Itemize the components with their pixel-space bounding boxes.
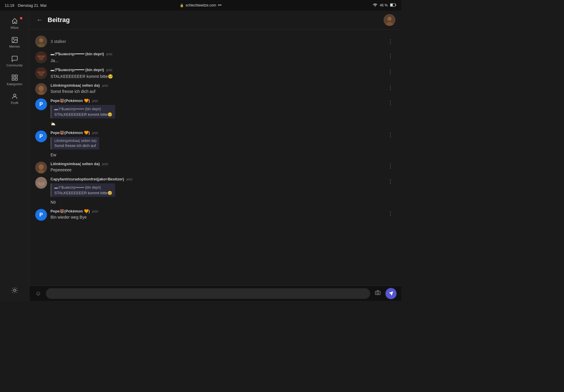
svg-point-34 bbox=[377, 292, 379, 294]
avatar-image bbox=[384, 14, 395, 26]
message-row: P Pepe🐻(Pokémon 🧡) jetzt Bin wieder weg … bbox=[29, 207, 401, 222]
sidebar-label-witze: Witze bbox=[11, 26, 19, 29]
msg-time-3: jetzt bbox=[102, 84, 108, 87]
msg-text-4: ⛅ bbox=[51, 121, 382, 127]
svg-point-23 bbox=[39, 71, 43, 76]
main-content: ← Beitrag bbox=[29, 11, 401, 301]
msg-content-1: ▬デ$ωмεσηε━━━━ (bin depri) jetzt Ja... bbox=[51, 51, 382, 64]
lock-icon: 🔒 bbox=[180, 4, 184, 7]
msg-more-8[interactable]: ⋮ bbox=[385, 209, 395, 218]
sun-icon bbox=[11, 287, 18, 294]
attachment-button[interactable] bbox=[374, 289, 382, 298]
msg-text-5: Ew bbox=[51, 152, 382, 158]
msg-avatar-5: P bbox=[35, 130, 47, 142]
msg-more-5[interactable]: ⋮ bbox=[385, 130, 395, 139]
chat-area[interactable]: 3 stalker ⋮ ▬デ$ωмεσηε━━━━ (bin depri) je… bbox=[29, 30, 401, 286]
quote-block-5: Liönkingsimbaa( selten da) Sonst fresse … bbox=[51, 137, 99, 150]
msg-header-4: Pepe🐻(Pokémon 🧡) jetzt bbox=[51, 98, 382, 103]
header: ← Beitrag bbox=[29, 11, 401, 30]
message-row: P Pepe🐻(Pokémon 🧡) jetzt ▬デ$ωмεσηε━━━━ (… bbox=[29, 97, 401, 129]
quote-block-4: ▬デ$ωмεσηε━━━━ (bin depri) STALKEEEEEEER … bbox=[51, 105, 115, 118]
quote-username-7: ▬デ$ωмεσηε━━━━ (bin depri) bbox=[54, 185, 112, 190]
send-button[interactable] bbox=[385, 288, 397, 299]
msg-content-4: Pepe🐻(Pokémon 🧡) jetzt ▬デ$ωмεσηε━━━━ (bi… bbox=[51, 98, 382, 127]
header-title: Beitrag bbox=[48, 16, 70, 24]
msg-text-3: Sonst fresse ich dich auf bbox=[51, 88, 382, 95]
msg-avatar-3 bbox=[35, 83, 47, 95]
msg-avatar-4: P bbox=[35, 98, 47, 110]
sidebar-item-memes[interactable]: Memes bbox=[2, 34, 28, 51]
quote-text-7: STALKEEEEEEER kommt bitte🥺 bbox=[54, 191, 112, 195]
svg-point-25 bbox=[38, 86, 44, 91]
msg-more-3[interactable]: ⋮ bbox=[385, 83, 395, 92]
bottom-bar: ☺ bbox=[29, 286, 401, 301]
msg-time-6: jetzt bbox=[102, 162, 108, 166]
msg-avatar-1 bbox=[35, 51, 47, 63]
msg-text-6: Pepeeeeee bbox=[51, 167, 382, 173]
svg-rect-7 bbox=[15, 75, 17, 77]
msg-time-5: jetzt bbox=[92, 131, 98, 135]
notification-badge bbox=[20, 17, 22, 19]
svg-point-28 bbox=[38, 164, 44, 170]
camera-icon bbox=[375, 290, 381, 296]
app-container: Witze Memes Community Kategorien bbox=[0, 11, 401, 301]
sidebar-item-settings[interactable] bbox=[2, 284, 28, 296]
msg-content-8: Pepe🐻(Pokémon 🧡) jetzt Bin wieder weg By… bbox=[51, 209, 382, 220]
status-bar: 11:19 Dienstag 21. Mai 🔒 schlechtewitze.… bbox=[0, 0, 401, 11]
svg-point-32 bbox=[39, 179, 43, 183]
svg-rect-6 bbox=[12, 75, 14, 77]
status-bar-center: 🔒 schlechtewitze.com ••• bbox=[180, 3, 222, 7]
battery-text: 46 % bbox=[380, 3, 388, 7]
message-input[interactable] bbox=[46, 288, 370, 299]
msg-text-1: Ja... bbox=[51, 58, 382, 64]
svg-rect-2 bbox=[390, 4, 393, 6]
home-icon bbox=[11, 18, 18, 25]
msg-more-6[interactable]: ⋮ bbox=[385, 162, 395, 170]
msg-username-7: Capyfant#zuradoptionfrei(jako=Besitzer) bbox=[51, 177, 124, 181]
sidebar-item-community[interactable]: Community bbox=[2, 53, 28, 69]
msg-header-8: Pepe🐻(Pokémon 🧡) jetzt bbox=[51, 209, 382, 213]
msg-more-2[interactable]: ⋮ bbox=[385, 67, 395, 76]
svg-point-20 bbox=[39, 56, 43, 60]
msg-more-7[interactable]: ⋮ bbox=[385, 177, 395, 186]
msg-time-4: jetzt bbox=[92, 99, 98, 103]
msg-time-1: jetzt bbox=[106, 52, 112, 56]
msg-time-8: jetzt bbox=[92, 210, 98, 213]
msg-content-5: Pepe🐻(Pokémon 🧡) jetzt Liönkingsimbaa( s… bbox=[51, 130, 382, 158]
msg-username-4: Pepe🐻(Pokémon 🧡) bbox=[51, 98, 90, 103]
status-bar-right: 46 % bbox=[373, 3, 397, 8]
message-row: ▬デ$ωмεσηε━━━━ (bin depri) jetzt STALKEEE… bbox=[29, 66, 401, 81]
msg-more-1[interactable]: ⋮ bbox=[385, 51, 395, 60]
emoji-button[interactable]: ☺ bbox=[34, 289, 42, 298]
grid-icon bbox=[11, 74, 18, 81]
svg-point-5 bbox=[13, 38, 14, 39]
person-icon bbox=[11, 93, 18, 100]
msg-username-2: ▬デ$ωмεσηε━━━━ (bin depri) bbox=[51, 67, 104, 73]
sidebar-item-witze[interactable]: Witze bbox=[2, 15, 28, 32]
msg-more-4[interactable]: ⋮ bbox=[385, 98, 395, 107]
svg-rect-9 bbox=[15, 78, 17, 80]
msg-header-3: Liönkingsimbaa( selten da) jetzt bbox=[51, 83, 382, 88]
quote-text-5: Sonst fresse ich dich auf bbox=[54, 143, 96, 148]
msg-content-7: Capyfant#zuradoptionfrei(jako=Besitzer) … bbox=[51, 177, 382, 205]
stalker-avatar bbox=[35, 36, 47, 47]
chat-icon bbox=[11, 55, 18, 62]
msg-username-5: Pepe🐻(Pokémon 🧡) bbox=[51, 130, 90, 135]
message-row: ▬デ$ωмεσηε━━━━ (bin depri) jetzt Ja... ⋮ bbox=[29, 50, 401, 66]
svg-rect-3 bbox=[396, 4, 396, 6]
sidebar-item-profil[interactable]: Profil bbox=[2, 91, 28, 107]
status-bar-left: 11:19 Dienstag 21. Mai bbox=[5, 3, 46, 8]
svg-point-0 bbox=[375, 6, 375, 7]
msg-header-2: ▬デ$ωмεσηε━━━━ (bin depri) jetzt bbox=[51, 67, 382, 73]
msg-text-2: STALKEEEEEEER kommt bitte🥺 bbox=[51, 73, 382, 80]
user-avatar-header[interactable] bbox=[384, 14, 395, 26]
back-button[interactable]: ← bbox=[35, 15, 44, 25]
msg-header-5: Pepe🐻(Pokémon 🧡) jetzt bbox=[51, 130, 382, 135]
message-row: Liönkingsimbaa( selten da) jetzt Sonst f… bbox=[29, 81, 401, 97]
stalker-more-button[interactable]: ⋮ bbox=[385, 37, 395, 46]
message-row: Capyfant#zuradoptionfrei(jako=Besitzer) … bbox=[29, 175, 401, 207]
sidebar-label-community: Community bbox=[6, 63, 23, 67]
three-dots-status: ••• bbox=[218, 3, 222, 7]
sidebar-item-kategorien[interactable]: Kategorien bbox=[2, 72, 28, 88]
msg-content-6: Liönkingsimbaa( selten da) jetzt Pepeeee… bbox=[51, 162, 382, 173]
